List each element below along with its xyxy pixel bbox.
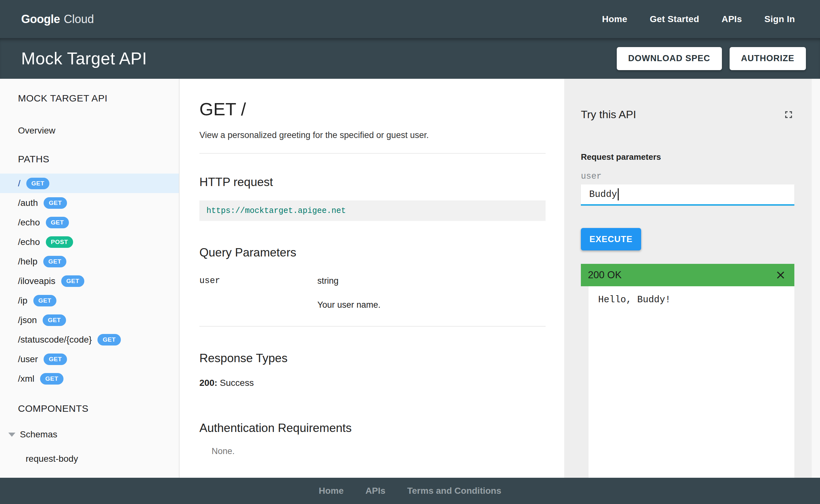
operation-title: GET / [199, 99, 545, 119]
response-code: 200: [199, 378, 217, 388]
nav-link-home[interactable]: Home [602, 14, 627, 24]
path-label: /iloveapis [18, 276, 55, 286]
schemas-label: Schemas [20, 429, 57, 440]
query-param-row: userstringYour user name. [199, 276, 545, 310]
get-method-badge: GET [97, 334, 121, 345]
query-param-details: stringYour user name. [317, 276, 381, 310]
footer-link-terms-and-conditions[interactable]: Terms and Conditions [407, 486, 501, 496]
response-type-row: 200: Success [199, 378, 545, 388]
footer: HomeAPIsTerms and Conditions [0, 478, 820, 504]
sidebar: MOCK TARGET API Overview PATHS /GET/auth… [0, 79, 179, 478]
response-types-heading: Response Types [199, 352, 545, 365]
get-method-badge: GET [61, 275, 85, 287]
try-panel-scrollbar[interactable] [812, 79, 820, 478]
sidebar-item-statuscode-code-get[interactable]: /statuscode/{code}GET [0, 330, 179, 349]
path-label: /echo [18, 217, 40, 228]
get-method-badge: GET [43, 314, 66, 326]
try-panel-title: Try this API [581, 108, 636, 121]
sidebar-item-overview[interactable]: Overview [0, 121, 179, 140]
auth-requirements-value: None. [199, 446, 545, 456]
sidebar-components-heading: COMPONENTS [0, 403, 179, 414]
auth-requirements-heading: Authentication Requirements [199, 421, 545, 435]
get-method-badge: GET [44, 354, 67, 365]
path-label: /statuscode/{code} [18, 335, 92, 345]
fullscreen-icon[interactable] [783, 109, 794, 120]
footer-link-apis[interactable]: APIs [365, 486, 385, 496]
get-method-badge: GET [33, 295, 57, 306]
query-param-description: Your user name. [317, 300, 381, 310]
authorize-button[interactable]: AUTHORIZE [730, 47, 806, 70]
post-method-badge: POST [46, 236, 73, 248]
param-user-label: user [581, 172, 794, 181]
query-param-type: string [317, 276, 381, 286]
title-bar-actions: DOWNLOAD SPEC AUTHORIZE [617, 47, 806, 70]
response-body-text: Hello, Buddy! [598, 295, 785, 305]
path-label: /echo [18, 237, 40, 247]
footer-link-home[interactable]: Home [319, 486, 344, 496]
page: Google Cloud HomeGet StartedAPIsSign In … [0, 0, 820, 504]
divider [199, 153, 545, 154]
base-url: https://mocktarget.apigee.net [207, 206, 346, 215]
path-label: /help [18, 256, 37, 267]
path-label: /xml [18, 374, 34, 384]
query-param-name: user [199, 276, 317, 310]
http-request-url-box: https://mocktarget.apigee.net [199, 200, 545, 221]
param-user-value: Buddy [589, 189, 617, 200]
query-parameters-table: userstringYour user name. [199, 276, 545, 310]
path-label: /auth [18, 198, 38, 208]
query-parameters-heading: Query Parameters [199, 246, 545, 259]
top-nav-links: HomeGet StartedAPIsSign In [602, 14, 795, 24]
sidebar-item-help-get[interactable]: /helpGET [0, 252, 179, 271]
sidebar-item-ip-get[interactable]: /ipGET [0, 291, 179, 310]
path-label: / [18, 178, 20, 189]
nav-link-sign-in[interactable]: Sign In [765, 14, 795, 24]
nav-link-get-started[interactable]: Get Started [650, 14, 699, 24]
try-this-api-panel: Try this API Request parameters user Bud… [564, 79, 820, 478]
response-status-bar: 200 OK [581, 264, 794, 286]
download-spec-button[interactable]: DOWNLOAD SPEC [617, 47, 722, 70]
sidebar-item-auth-get[interactable]: /authGET [0, 193, 179, 213]
response-label: Success [220, 378, 254, 388]
close-icon[interactable] [775, 269, 787, 281]
page-title: Mock Target API [21, 49, 147, 68]
logo-cloud-text: Cloud [64, 12, 94, 26]
sidebar-item-schemas[interactable]: Schemas [0, 429, 179, 440]
sidebar-item-get[interactable]: /GET [0, 174, 179, 193]
chevron-down-icon [8, 433, 15, 437]
path-label: /ip [18, 296, 28, 306]
operation-description: View a personalized greeting for the spe… [199, 130, 545, 140]
sidebar-api-title: MOCK TARGET API [0, 93, 179, 104]
get-method-badge: GET [40, 373, 63, 385]
sidebar-item-xml-get[interactable]: /xmlGET [0, 369, 179, 388]
sidebar-item-echo-get[interactable]: /echoGET [0, 213, 179, 232]
path-label: /json [18, 315, 37, 325]
google-cloud-logo[interactable]: Google Cloud [21, 12, 94, 26]
response-body-box: Hello, Buddy! [588, 286, 794, 478]
logo-google-text: Google [21, 12, 60, 26]
get-method-badge: GET [44, 197, 67, 209]
body-region: MOCK TARGET API Overview PATHS /GET/auth… [0, 79, 820, 478]
divider [199, 326, 545, 327]
nav-link-apis[interactable]: APIs [722, 14, 742, 24]
request-parameters-label: Request parameters [581, 152, 794, 162]
sidebar-item-iloveapis-get[interactable]: /iloveapisGET [0, 271, 179, 291]
get-method-badge: GET [26, 178, 50, 189]
sidebar-item-echo-post[interactable]: /echoPOST [0, 232, 179, 252]
path-label: /user [18, 354, 38, 364]
sidebar-item-user-get[interactable]: /userGET [0, 349, 179, 369]
execute-button[interactable]: EXECUTE [581, 228, 641, 250]
text-cursor [618, 188, 619, 200]
sidebar-item-json-get[interactable]: /jsonGET [0, 310, 179, 330]
sidebar-paths-heading: PATHS [0, 154, 179, 165]
get-method-badge: GET [43, 256, 67, 267]
param-user-input[interactable]: Buddy [581, 184, 794, 206]
top-navigation-bar: Google Cloud HomeGet StartedAPIsSign In [0, 0, 820, 38]
sidebar-item-request-body[interactable]: request-body [0, 454, 179, 464]
response-status-text: 200 OK [588, 269, 622, 281]
try-panel-header: Try this API [581, 108, 794, 121]
api-title-bar: Mock Target API DOWNLOAD SPEC AUTHORIZE [0, 38, 820, 79]
get-method-badge: GET [46, 217, 69, 228]
http-request-heading: HTTP request [199, 175, 545, 189]
operation-detail: GET / View a personalized greeting for t… [179, 79, 564, 478]
sidebar-path-list: /GET/authGET/echoGET/echoPOST/helpGET/il… [0, 174, 179, 388]
